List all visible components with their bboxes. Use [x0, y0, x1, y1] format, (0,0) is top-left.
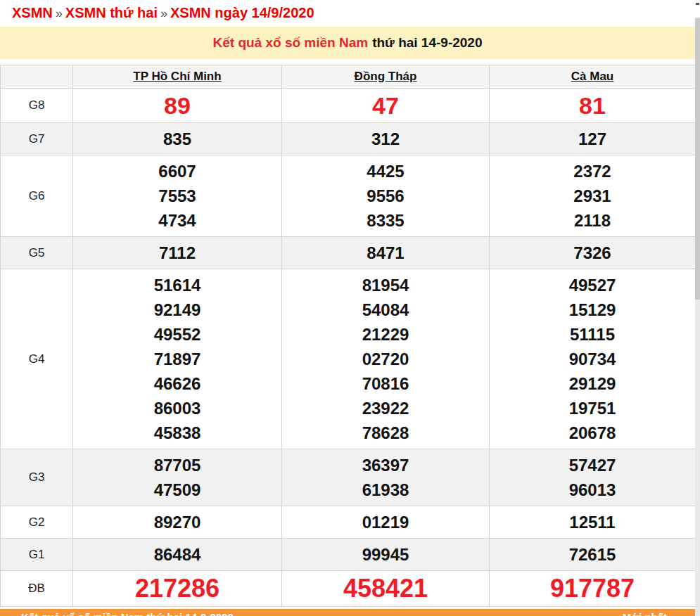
- prize-number: 20678: [490, 421, 695, 445]
- prize-number: 72615: [490, 542, 695, 567]
- prize-cell: 835: [73, 123, 282, 155]
- breadcrumb-link-2[interactable]: XSMN ngày 14/9/2020: [170, 5, 314, 20]
- prize-label: G2: [1, 506, 73, 539]
- prize-cell: 51614921494955271897466268600345838: [73, 269, 282, 449]
- prize-number: 81954: [282, 273, 489, 297]
- breadcrumb-link-1[interactable]: XSMN thứ hai: [65, 5, 158, 20]
- prize-number: 2931: [490, 184, 695, 208]
- province-link[interactable]: TP Hồ Chí Minh: [133, 70, 221, 83]
- prize-cell: 99945: [282, 539, 490, 571]
- prize-number: 57427: [490, 453, 695, 477]
- prize-cell: 5742796013: [490, 449, 696, 506]
- banner-title-date: thứ hai 14-9-2020: [372, 35, 482, 51]
- province-link[interactable]: Cà Mau: [571, 70, 613, 83]
- prize-number: 81: [490, 92, 695, 119]
- prize-number: 217286: [73, 575, 281, 603]
- prize-number: 23922: [282, 396, 489, 421]
- prize-cell: 89270: [73, 506, 282, 539]
- prize-cell: 127: [490, 123, 696, 155]
- table-row-g2: G2892700121912511: [1, 506, 696, 539]
- prize-number: 86003: [73, 396, 281, 421]
- prize-number: 49527: [490, 273, 695, 297]
- table-row-db: ĐB217286458421917787: [1, 571, 696, 607]
- prize-cell: 660775534734: [73, 155, 282, 237]
- prize-number: 12511: [490, 510, 695, 534]
- prize-number: 45838: [73, 421, 281, 445]
- table-row-g6: G6660775534734442595568335237229312118: [1, 155, 696, 237]
- prize-number: 89270: [73, 510, 281, 534]
- prize-number: 51115: [490, 322, 695, 347]
- prize-number: 86484: [73, 542, 281, 567]
- prize-number: 78628: [282, 421, 489, 445]
- table-row-g8: G8894781: [1, 89, 696, 123]
- prize-number: 21229: [282, 322, 489, 347]
- prize-cell: 8770547509: [73, 449, 282, 506]
- prize-number: 6607: [73, 159, 281, 184]
- prize-number: 96013: [490, 477, 695, 502]
- prize-number: 8471: [282, 240, 489, 265]
- breadcrumb: XSMN»XSMN thứ hai»XSMN ngày 14/9/2020: [0, 0, 695, 25]
- prize-number: 7326: [490, 240, 695, 265]
- table-row-g1: G1864849994572615: [1, 539, 696, 571]
- prize-number: 15129: [490, 297, 695, 322]
- table-row-g3: G3877054750936397619385742796013: [1, 449, 696, 506]
- prize-number: 2372: [490, 159, 695, 184]
- breadcrumb-link-0[interactable]: XSMN: [12, 5, 53, 20]
- prize-cell: 12511: [490, 506, 696, 539]
- prize-label: G5: [1, 237, 73, 269]
- prize-cell: 49527151295111590734291291975120678: [490, 269, 696, 449]
- prize-number: 70816: [282, 371, 489, 396]
- footer-left-text: Kết quả xổ số miền Nam thứ hai 14-9-2020: [21, 611, 234, 616]
- prize-number: 87705: [73, 453, 281, 477]
- footer-bar: Kết quả xổ số miền Nam thứ hai 14-9-2020…: [0, 609, 695, 616]
- prize-number: 917787: [490, 575, 695, 603]
- scrollbar-thumb[interactable]: [695, 18, 700, 300]
- prize-number: 835: [73, 127, 281, 151]
- province-header: Đồng Tháp: [282, 65, 490, 89]
- prize-cell: 7112: [73, 237, 282, 269]
- table-row-g7: G7835312127: [1, 123, 696, 155]
- prize-number: 02720: [282, 347, 489, 371]
- breadcrumb-separator: »: [53, 6, 65, 20]
- results-table: TP Hồ Chí MinhĐồng ThápCà Mau G8894781G7…: [0, 65, 696, 607]
- prize-cell: 917787: [490, 571, 696, 607]
- prize-cell: 47: [282, 89, 490, 123]
- prize-number: 01219: [282, 510, 489, 534]
- prize-label: ĐB: [1, 571, 73, 607]
- prize-cell: 312: [282, 123, 490, 155]
- prize-number: 89: [73, 92, 281, 119]
- prize-cell: 81954540842122902720708162392278628: [282, 269, 490, 449]
- table-row-g5: G5711284717326: [1, 237, 696, 269]
- prize-label: G4: [1, 269, 73, 449]
- table-header-row: TP Hồ Chí MinhĐồng ThápCà Mau: [1, 65, 696, 89]
- prize-number: 49552: [73, 322, 281, 347]
- results-banner: Kết quả xổ số miền Nam thứ hai 14-9-2020: [0, 27, 695, 59]
- prize-number: 4734: [73, 208, 281, 233]
- prize-number: 36397: [282, 453, 489, 477]
- prize-cell: 81: [490, 89, 696, 123]
- footer-right-text: Mới nhất: [623, 611, 667, 616]
- prize-number: 7553: [73, 184, 281, 208]
- prize-number: 19751: [490, 396, 695, 421]
- scrollbar[interactable]: [695, 0, 700, 616]
- province-link[interactable]: Đồng Tháp: [355, 70, 417, 83]
- prize-number: 29129: [490, 371, 695, 396]
- prize-label: G7: [1, 123, 73, 155]
- province-header: Cà Mau: [490, 65, 696, 89]
- prize-number: 51614: [73, 273, 281, 297]
- prize-cell: 3639761938: [282, 449, 490, 506]
- prize-number: 92149: [73, 297, 281, 322]
- prize-label: G3: [1, 449, 73, 506]
- prize-number: 4425: [282, 159, 489, 184]
- province-header: TP Hồ Chí Minh: [73, 65, 282, 89]
- prize-number: 71897: [73, 347, 281, 371]
- scrollbar-up-button[interactable]: [695, 0, 700, 17]
- prize-number: 46626: [73, 371, 281, 396]
- prize-cell: 89: [73, 89, 282, 123]
- prize-number: 99945: [282, 542, 489, 567]
- prize-label: G1: [1, 539, 73, 571]
- prize-number: 2118: [490, 208, 695, 233]
- table-body: G8894781G7835312127G66607755347344425955…: [1, 89, 696, 607]
- prize-number: 312: [282, 127, 489, 151]
- prize-label: G6: [1, 155, 73, 237]
